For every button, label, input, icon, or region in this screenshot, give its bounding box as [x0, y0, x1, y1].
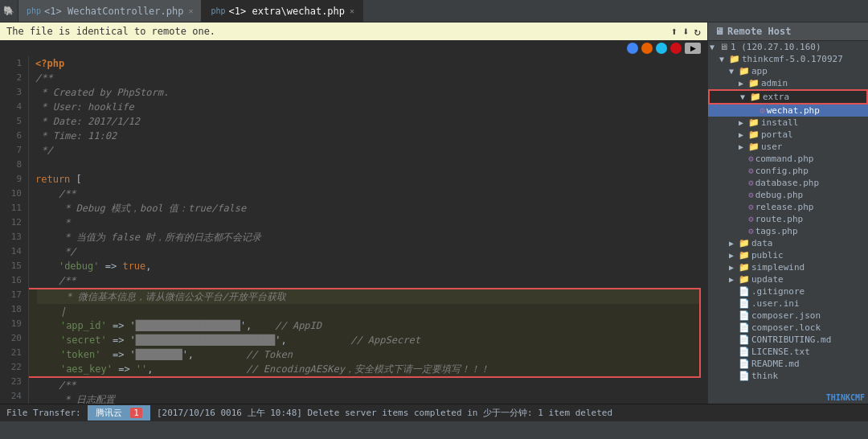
- server-label: 1 (120.27.10.160): [731, 42, 821, 52]
- contributing-label: CONTRIBUTING.md: [751, 334, 831, 345]
- file-icon-composer-json: 📄: [739, 310, 750, 321]
- tree-thinkcmf[interactable]: ▼ 📁 thinkcmf-5.0.170927: [708, 53, 868, 65]
- tree-readme[interactable]: 📄 README.md: [708, 358, 868, 370]
- tree-user[interactable]: ▶ 📁 user: [708, 141, 868, 153]
- license-label: LICENSE.txt: [751, 347, 810, 357]
- tree-update[interactable]: ▶ 📁 update: [708, 273, 868, 285]
- tree-database[interactable]: ⚙ database.php: [708, 177, 868, 189]
- tab-wechat-php[interactable]: php <1> extra\wechat.php ✕: [202, 0, 363, 22]
- tree-wechat-php[interactable]: ⚙ wechat.php: [708, 105, 868, 117]
- php-icon-config: ⚙: [748, 166, 754, 176]
- route-label: route.php: [755, 214, 804, 224]
- tree-public[interactable]: ▶ 📁 public: [708, 249, 868, 261]
- userini-label: .user.ini: [751, 298, 800, 309]
- tree-composer-lock[interactable]: 📄 composer.lock: [708, 322, 868, 334]
- tab-tencent-num: 1: [130, 408, 142, 418]
- code-line-11: * Debug 模式，bool 值：true/false: [35, 201, 701, 215]
- log-tab-tencent[interactable]: 腾讯云 1: [88, 405, 150, 421]
- admin-label: admin: [761, 78, 788, 88]
- opera-button[interactable]: [670, 43, 682, 54]
- arrow-extra: ▼: [740, 92, 750, 101]
- code-line-12: *: [35, 215, 701, 230]
- folder-icon-portal: 📁: [748, 129, 760, 140]
- tab-tencent-label: 腾讯云: [96, 408, 122, 418]
- php-icon-1: php: [27, 6, 41, 15]
- run-button[interactable]: ▶: [685, 43, 701, 54]
- tree-extra[interactable]: ▼ 📁 extra: [708, 89, 868, 105]
- tab-bar: 🐘 php <1> WechatController.php ✕ php <1>…: [0, 0, 868, 23]
- composer-json-label: composer.json: [751, 310, 821, 321]
- arrow-data: ▶: [729, 239, 739, 248]
- simplewind-label: simplewind: [751, 262, 805, 273]
- tree-release[interactable]: ⚙ release.php: [708, 201, 868, 213]
- tree-contributing[interactable]: 📄 CONTRIBUTING.md: [708, 334, 868, 346]
- file-icon-userini: 📄: [739, 298, 750, 309]
- file-icon-readme: 📄: [739, 359, 750, 369]
- thinkcmf-label: thinkcmf-5.0.170927: [742, 54, 843, 64]
- portal-label: portal: [761, 129, 793, 140]
- file-icon-composer-lock: 📄: [739, 322, 750, 333]
- log-bar: File Transfer: 腾讯云 1 [2017/10/16 0016 上午…: [0, 404, 868, 421]
- close-tab-1[interactable]: ✕: [188, 6, 193, 15]
- tree-install[interactable]: ▶ 📁 install: [708, 117, 868, 129]
- tree-admin[interactable]: ▶ 📁 admin: [708, 77, 868, 89]
- code-line-22: 'aes_key' => '', // EncodingAESKey，安全模式下…: [37, 362, 699, 376]
- gitignore-label: .gitignore: [751, 286, 805, 297]
- tab-wechat-controller[interactable]: php <1> WechatController.php ✕: [18, 0, 202, 22]
- tree-gitignore[interactable]: 📄 .gitignore: [708, 285, 868, 297]
- code-line-1: <?php: [35, 56, 701, 71]
- tree-composer-json[interactable]: 📄 composer.json: [708, 310, 868, 322]
- arrow-user: ▶: [739, 142, 748, 151]
- firefox-button[interactable]: [641, 43, 653, 54]
- log-message: [2017/10/16 0016 上午 10:48] Delete server…: [157, 407, 612, 419]
- composer-lock-label: composer.lock: [751, 322, 821, 333]
- ie-button[interactable]: [656, 43, 667, 54]
- php-file-icon-wechat: ⚙: [760, 105, 765, 116]
- code-line-5: * Date: 2017/1/12: [35, 114, 701, 129]
- tree-debug[interactable]: ⚙ debug.php: [708, 189, 868, 201]
- upload-icon[interactable]: ⬆: [671, 25, 678, 38]
- tree-command[interactable]: ⚙ command.php: [708, 153, 868, 165]
- folder-icon-user: 📁: [748, 142, 760, 152]
- tree-think[interactable]: 📄 think: [708, 370, 868, 382]
- tree-license[interactable]: 📄 LICENSE.txt: [708, 346, 868, 358]
- update-label: update: [751, 274, 784, 285]
- code-line-2: /**: [35, 71, 701, 85]
- tree-tags[interactable]: ⚙ tags.php: [708, 225, 868, 237]
- refresh-icon[interactable]: ↻: [694, 25, 701, 38]
- tree-data[interactable]: ▶ 📁 data: [708, 237, 868, 249]
- folder-icon-install: 📁: [748, 117, 760, 128]
- remote-host-header: 🖥 Remote Host: [708, 23, 868, 41]
- editor-area: The file is identical to remote one. ⬆ ⬇…: [0, 23, 707, 404]
- code-line-16: /**: [35, 273, 701, 288]
- tree-userini[interactable]: 📄 .user.ini: [708, 297, 868, 310]
- code-line-21: 'token' => '████████', // Token: [37, 347, 699, 362]
- tree-config[interactable]: ⚙ config.php: [708, 165, 868, 177]
- tree-app[interactable]: ▼ 📁 app: [708, 65, 868, 77]
- code-line-14: */: [35, 244, 701, 259]
- extra-label: extra: [763, 92, 789, 102]
- chrome-button[interactable]: [627, 43, 638, 54]
- download-icon[interactable]: ⬇: [682, 25, 689, 38]
- tree-portal[interactable]: ▶ 📁 portal: [708, 129, 868, 141]
- file-tree[interactable]: ▼ 🖥 1 (120.27.10.160) ▼ 📁 thinkcmf-5.0.1…: [708, 41, 868, 392]
- arrow-server: ▼: [710, 43, 719, 51]
- tags-label: tags.php: [755, 226, 798, 236]
- line-numbers: 12345 678910 1112131415 1617181920 21222…: [0, 56, 29, 404]
- code-line-23: /**: [35, 378, 701, 392]
- notice-actions: ⬆ ⬇ ↻: [671, 25, 701, 38]
- php-icon-2: php: [211, 6, 225, 15]
- tree-route[interactable]: ⚙ route.php: [708, 213, 868, 225]
- command-label: command.php: [755, 154, 814, 164]
- code-line-4: * User: hooklife: [35, 100, 701, 114]
- tree-simplewind[interactable]: ▶ 📁 simplewind: [708, 261, 868, 273]
- code-content[interactable]: <?php /** * Created by PhpStorm. * User:…: [29, 56, 707, 404]
- close-tab-2[interactable]: ✕: [350, 6, 354, 15]
- file-icon-contributing: 📄: [739, 334, 750, 345]
- code-line-17: * 微信基本信息，请从微信公众平台/开放平台获取: [37, 289, 699, 304]
- folder-icon-simplewind: 📁: [739, 262, 750, 273]
- code-line-13: * 当值为 false 时，所有的日志都不会记录: [35, 230, 701, 244]
- folder-icon-data: 📁: [739, 238, 750, 248]
- php-icon-debug: ⚙: [748, 190, 754, 200]
- tree-server[interactable]: ▼ 🖥 1 (120.27.10.160): [708, 41, 868, 53]
